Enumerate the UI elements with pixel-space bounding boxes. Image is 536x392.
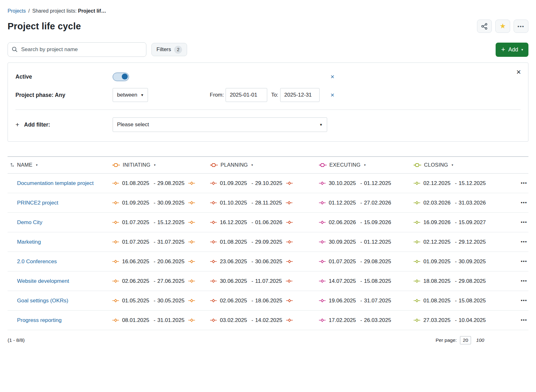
per-page-100-option[interactable]: 100	[476, 337, 484, 343]
phase-cell-initiating: 16.06.2025-20.06.2025	[109, 252, 206, 271]
phase-end-date: 31.07.2025	[364, 297, 391, 304]
row-menu-button[interactable]: •••	[521, 219, 527, 225]
row-menu-button[interactable]: •••	[521, 278, 527, 283]
add-filter-label: Add filter:	[24, 122, 50, 128]
phase-start-date: 30.09.2025	[329, 239, 356, 245]
phase-milestone-icon	[414, 181, 420, 185]
remove-phase-filter-button[interactable]: ✕	[330, 92, 349, 98]
phase-milestone-icon	[210, 299, 217, 302]
phase-cell-initiating: 02.06.2025-27.06.2025	[109, 271, 206, 291]
phase-start-date: 01.09.2025	[220, 180, 247, 187]
page-title: Project life cycle	[8, 21, 81, 32]
project-link[interactable]: Progress reporting	[8, 317, 62, 324]
per-page-20-option[interactable]: 20	[460, 336, 471, 344]
remove-active-filter-button[interactable]: ✕	[330, 74, 349, 80]
phase-milestone-icon	[112, 181, 119, 185]
phase-milestone-icon	[319, 221, 326, 224]
phase-cell-initiating: 01.07.2025-15.12.2025	[109, 212, 206, 232]
phase-cell-planning: 01.10.2025-28.11.2025	[206, 193, 315, 212]
column-header-executing[interactable]: EXECUTING▾	[315, 157, 410, 173]
phase-milestone-icon	[112, 221, 119, 224]
filters-button[interactable]: Filters 2	[151, 43, 187, 56]
projects-table: NAME▾INITIATING▾PLANNING▾EXECUTING▾CLOSI…	[8, 156, 528, 330]
active-toggle[interactable]	[113, 73, 129, 81]
close-filter-panel-button[interactable]: ✕	[516, 69, 521, 75]
phase-start-date: 01.08.2025	[220, 239, 247, 245]
project-link[interactable]: Goal settings (OKRs)	[8, 297, 68, 304]
filter-panel: ✕ Active ✕ Project phase: Any between ▼ …	[8, 62, 528, 142]
table-row: PRINCE2 project01.09.2025-30.09.202501.1…	[8, 193, 528, 212]
phase-start-date: 01.10.2025	[220, 199, 247, 206]
phase-cell-executing: 30.09.2025-01.12.2025	[315, 232, 410, 252]
phase-start-date: 08.01.2025	[122, 317, 149, 324]
favorite-button[interactable]: ★	[495, 20, 510, 33]
phase-cell-executing: 02.06.2026-15.09.2026	[315, 212, 410, 232]
phase-start-date: 02.03.2026	[423, 199, 451, 206]
project-link[interactable]: Website development	[8, 278, 69, 284]
column-header-name[interactable]: NAME▾	[8, 157, 109, 173]
phase-start-date: 01.05.2025	[122, 297, 149, 304]
add-filter-select[interactable]: Please select ▼	[113, 117, 327, 132]
sort-icon	[10, 163, 14, 167]
phase-operator-select[interactable]: between ▼	[113, 88, 148, 102]
phase-milestone-icon	[414, 201, 420, 205]
row-menu-button[interactable]: •••	[521, 180, 527, 186]
column-header-closing[interactable]: CLOSING▾	[410, 157, 511, 173]
row-menu-button[interactable]: •••	[521, 258, 527, 264]
phase-milestone-icon	[319, 299, 326, 302]
phase-cell-closing: 02.03.2026-31.03.2026	[410, 193, 511, 212]
project-link[interactable]: Marketing	[8, 239, 41, 245]
to-label: To:	[271, 92, 278, 98]
phase-cell-initiating: 01.08.2025-29.08.2025	[109, 173, 206, 193]
table-row: Goal settings (OKRs)01.05.2025-30.05.202…	[8, 291, 528, 310]
phase-cell-executing: 17.02.2025-26.03.2025	[315, 310, 410, 330]
row-menu-button[interactable]: •••	[521, 317, 527, 323]
phase-end-date: 01.12.2025	[364, 239, 391, 245]
column-header-initiating[interactable]: INITIATING▾	[109, 157, 206, 173]
phase-milestone-icon	[286, 260, 293, 263]
title-row: Project life cycle ★ •••	[8, 20, 528, 33]
phase-column-icon	[319, 163, 327, 167]
footer: (1 - 8/8) Per page: 20 100	[8, 336, 528, 344]
phase-milestone-icon	[210, 181, 217, 185]
share-icon	[481, 23, 488, 30]
project-link[interactable]: 2.0 Conferences	[8, 258, 57, 265]
table-header: NAME▾INITIATING▾PLANNING▾EXECUTING▾CLOSI…	[8, 157, 528, 173]
more-actions-button[interactable]: •••	[514, 20, 528, 33]
phase-start-date: 02.06.2026	[329, 219, 356, 226]
phase-filter-label: Project phase: Any	[15, 92, 113, 98]
breadcrumb-projects-link[interactable]: Projects	[8, 8, 26, 14]
row-menu-button[interactable]: •••	[521, 239, 527, 244]
phase-from-input[interactable]	[226, 88, 267, 102]
project-link[interactable]: Demo City	[8, 219, 42, 226]
phase-end-date: 29.09.2025	[255, 239, 282, 245]
add-button[interactable]: + Add ▾	[496, 43, 528, 57]
search-input[interactable]	[8, 42, 146, 57]
breadcrumb: Projects/Shared project lists: Project l…	[8, 8, 528, 14]
phase-operator-value: between	[117, 92, 137, 98]
column-header-planning[interactable]: PLANNING▾	[206, 157, 315, 173]
share-button[interactable]	[477, 20, 492, 33]
phase-cell-executing: 14.07.2025-15.08.2025	[315, 271, 410, 291]
phase-end-date: 31.03.2026	[459, 199, 486, 206]
column-label: INITIATING	[123, 162, 150, 168]
phase-milestone-icon	[112, 201, 119, 205]
phase-end-date: 01.12.2025	[364, 180, 391, 187]
phase-milestone-icon	[414, 260, 420, 263]
phase-to-input[interactable]	[280, 88, 320, 102]
per-page: Per page: 20 100	[436, 336, 484, 344]
project-link[interactable]: Documentation template project	[8, 180, 94, 187]
row-menu-button[interactable]: •••	[521, 200, 527, 205]
phase-column-icon	[210, 163, 218, 167]
filter-row-add: + Add filter: Please select ▼	[15, 117, 521, 132]
row-menu-button[interactable]: •••	[521, 298, 527, 303]
phase-milestone-icon	[286, 201, 292, 205]
phase-start-date: 03.02.2025	[220, 317, 247, 324]
from-label: From:	[210, 92, 224, 98]
phase-start-date: 18.08.2025	[423, 278, 451, 284]
add-filter-placeholder: Please select	[117, 122, 149, 128]
phase-end-date: 29.10.2025	[255, 180, 282, 187]
project-link[interactable]: PRINCE2 project	[8, 199, 58, 206]
add-filter-label-wrap[interactable]: + Add filter:	[15, 121, 113, 128]
chevron-down-icon: ▾	[154, 163, 156, 167]
